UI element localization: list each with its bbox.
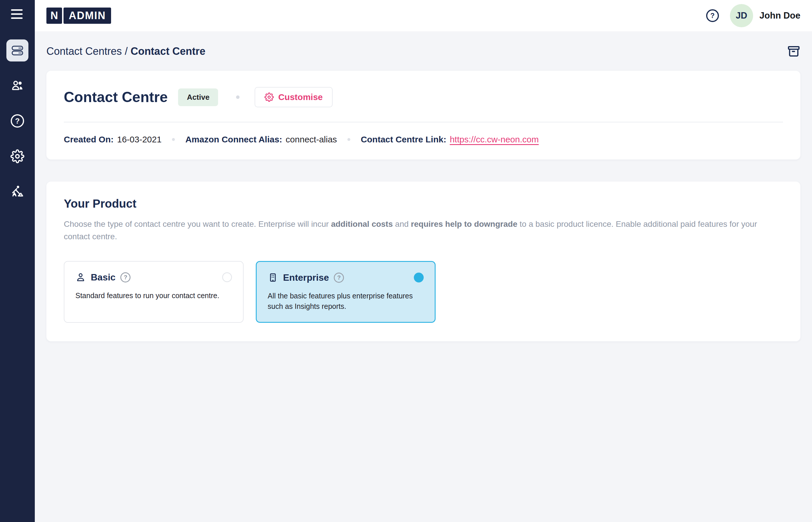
help-circle-icon[interactable]: ?: [334, 273, 344, 283]
app-logo: N ADMIN: [46, 7, 111, 24]
sidebar-item-settings[interactable]: [0, 148, 35, 164]
customise-button-label: Customise: [278, 92, 323, 102]
section-description: Choose the type of contact centre you wa…: [64, 218, 783, 243]
option-description: Standard features to run your contact ce…: [75, 290, 232, 301]
product-option-basic[interactable]: Basic ? Standard features to run your co…: [64, 261, 244, 323]
separator-dot: [236, 95, 240, 99]
users-icon: [11, 79, 24, 93]
radio-enterprise[interactable]: [414, 273, 424, 282]
meta-value: 16-03-2021: [117, 135, 162, 144]
gear-icon: [11, 149, 24, 163]
topbar: N ADMIN ? JD John Doe: [35, 0, 812, 31]
logo-n: N: [46, 7, 62, 24]
section-title: Your Product: [64, 197, 783, 210]
meta-label: Amazon Connect Alias:: [185, 135, 282, 144]
help-circle-icon: ?: [11, 114, 24, 127]
your-product-card: Your Product Choose the type of contact …: [46, 182, 800, 341]
status-badge: Active: [178, 88, 218, 106]
sidebar-item-maintenance[interactable]: [0, 184, 35, 200]
menu-icon[interactable]: [11, 9, 23, 21]
breadcrumb-parent[interactable]: Contact Centres: [46, 45, 122, 57]
option-name: Basic: [91, 272, 116, 283]
option-name: Enterprise: [283, 272, 329, 283]
gear-icon: [264, 93, 274, 102]
separator-dot: [172, 138, 175, 141]
breadcrumb-separator: /: [122, 45, 130, 57]
radio-basic[interactable]: [222, 272, 232, 282]
option-description: All the basic features plus enterprise f…: [268, 290, 424, 312]
breadcrumb: Contact Centres / Contact Centre: [46, 45, 205, 57]
sidebar-item-help[interactable]: ?: [0, 113, 35, 129]
sidebar-item-users[interactable]: [0, 78, 35, 93]
breadcrumb-current: Contact Centre: [130, 45, 205, 57]
sidebar: ?: [0, 0, 35, 522]
separator-dot: [347, 138, 350, 141]
page-title: Contact Centre: [64, 89, 168, 105]
avatar[interactable]: JD: [730, 4, 753, 27]
archive-icon[interactable]: [787, 45, 800, 58]
building-icon: [268, 272, 278, 283]
customise-button[interactable]: Customise: [255, 87, 332, 107]
sidebar-item-contact-centres[interactable]: [6, 39, 28, 61]
meta-row: Created On: 16-03-2021 Amazon Connect Al…: [64, 135, 783, 144]
construction-icon: [10, 184, 25, 199]
divider: [64, 122, 783, 122]
content-area: Contact Centres / Contact Centre Contact…: [35, 31, 812, 522]
contact-centre-link[interactable]: https://cc.cw-neon.com: [450, 135, 539, 144]
user-name: John Doe: [759, 11, 800, 21]
person-icon: [75, 272, 86, 282]
meta-label: Created On:: [64, 135, 114, 144]
logo-admin: ADMIN: [63, 7, 111, 24]
help-circle-icon[interactable]: ?: [706, 9, 719, 22]
meta-label: Contact Centre Link:: [361, 135, 446, 144]
help-circle-icon[interactable]: ?: [120, 272, 130, 282]
contact-centre-card: Contact Centre Active Customise Created …: [46, 71, 800, 160]
meta-value: connect-alias: [286, 135, 337, 144]
product-option-enterprise[interactable]: Enterprise ? All the basic features plus…: [256, 261, 435, 323]
servers-icon: [10, 43, 25, 58]
